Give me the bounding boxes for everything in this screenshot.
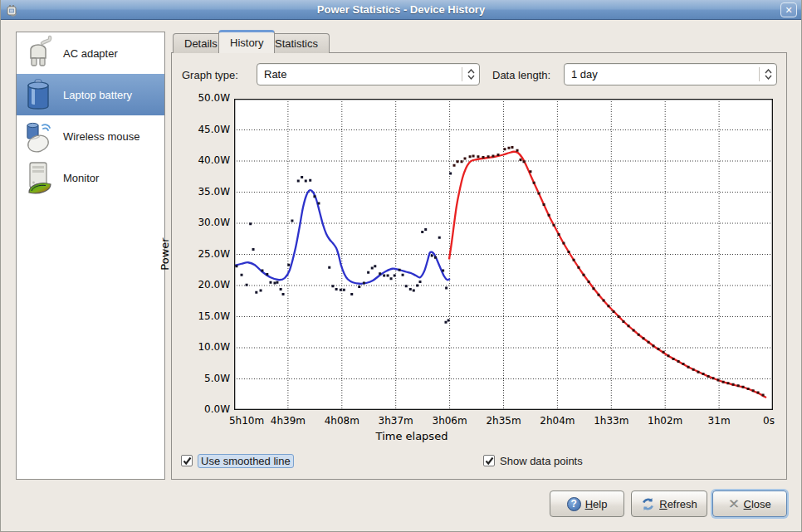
x-tick-label: 2h04m — [540, 415, 575, 427]
ac-adapter-icon — [22, 35, 56, 71]
y-tick-label: 35.0W — [171, 186, 230, 198]
show-data-points-label[interactable]: Show data points — [500, 455, 583, 467]
power-statistics-window: Power Statistics - Device History ✕ AC a… — [0, 0, 802, 532]
device-item-monitor[interactable]: Monitor — [17, 157, 164, 198]
combo-arrows-icon — [760, 69, 776, 80]
use-smoothed-line-label[interactable]: Use smoothed line — [198, 454, 294, 468]
power-history-plot — [234, 99, 773, 410]
x-tick-label: 0s — [763, 415, 775, 427]
checkmark-icon — [183, 456, 192, 466]
x-tick-label: 1h33m — [594, 415, 628, 427]
window-close-button[interactable]: ✕ — [780, 2, 797, 17]
y-tick-label: 20.0W — [171, 279, 230, 290]
y-tick-label: 45.0W — [171, 124, 230, 135]
show-data-points-checkbox[interactable] — [483, 455, 495, 466]
y-tick-label: 50.0W — [171, 92, 230, 104]
window-title: Power Statistics - Device History — [1, 3, 801, 16]
titlebar: Power Statistics - Device History ✕ — [1, 0, 801, 20]
refresh-label: Refresh — [659, 498, 697, 510]
device-list: AC adapter Laptop battery — [16, 32, 165, 480]
y-tick-label: 15.0W — [171, 310, 230, 322]
device-label: Monitor — [63, 172, 99, 184]
y-tick-label: 25.0W — [171, 248, 230, 260]
show-data-points-row: Show data points — [483, 452, 583, 469]
x-tick-label: 3h37m — [379, 415, 413, 427]
x-axis-title: Time elapsed — [329, 430, 495, 442]
monitor-icon — [22, 159, 56, 196]
x-tick-label: 5h10m — [229, 415, 264, 427]
y-tick-label: 5.0W — [171, 373, 230, 384]
y-tick-label: 30.0W — [171, 217, 230, 228]
y-tick-label: 40.0W — [171, 154, 230, 166]
wireless-mouse-icon — [22, 118, 56, 154]
device-item-ac-adapter[interactable]: AC adapter — [17, 32, 164, 74]
close-icon: ✕ — [785, 5, 792, 16]
tab-label: History — [230, 37, 263, 49]
x-tick-label: 31m — [708, 415, 731, 427]
data-length-value: 1 day — [571, 68, 598, 81]
tab-label: Statistics — [275, 37, 318, 50]
combo-arrows-icon — [462, 69, 479, 80]
device-item-laptop-battery[interactable]: Laptop battery — [17, 74, 164, 115]
app-icon — [5, 2, 20, 17]
close-button[interactable]: ✕ Close — [712, 491, 787, 517]
help-icon: ? — [567, 497, 581, 511]
x-tick-label: 1h02m — [648, 415, 682, 427]
x-tick-label: 4h08m — [325, 415, 359, 427]
refresh-icon — [641, 497, 655, 511]
data-length-label: Data length: — [492, 69, 550, 81]
y-tick-label: 10.0W — [171, 341, 230, 353]
device-item-wireless-mouse[interactable]: Wireless mouse — [17, 115, 164, 157]
tab-history[interactable]: History — [218, 30, 275, 53]
data-length-combobox[interactable]: 1 day — [564, 63, 777, 85]
x-tick-label: 2h35m — [486, 415, 521, 427]
y-axis-title: Power — [159, 237, 171, 270]
close-icon: ✕ — [728, 496, 739, 512]
device-label: Wireless mouse — [63, 130, 139, 143]
device-label: AC adapter — [63, 47, 118, 60]
graph-type-combobox[interactable]: Rate — [257, 63, 480, 85]
use-smoothed-line-row: Use smoothed line — [181, 452, 294, 469]
device-label: Laptop battery — [63, 89, 132, 101]
graph-type-value: Rate — [264, 68, 286, 81]
y-tick-label: 0.0W — [171, 403, 230, 415]
laptop-battery-icon — [22, 76, 56, 113]
close-label: Close — [744, 498, 771, 510]
tab-label: Details — [184, 37, 218, 50]
help-label: Help — [585, 498, 608, 510]
help-button[interactable]: ? Help — [550, 491, 624, 517]
x-tick-label: 4h39m — [271, 415, 306, 427]
use-smoothed-line-checkbox[interactable] — [181, 455, 193, 466]
x-tick-label: 3h06m — [432, 415, 467, 427]
graph-type-label: Graph type: — [182, 69, 238, 81]
refresh-button[interactable]: Refresh — [631, 491, 707, 517]
checkmark-icon — [485, 456, 494, 466]
